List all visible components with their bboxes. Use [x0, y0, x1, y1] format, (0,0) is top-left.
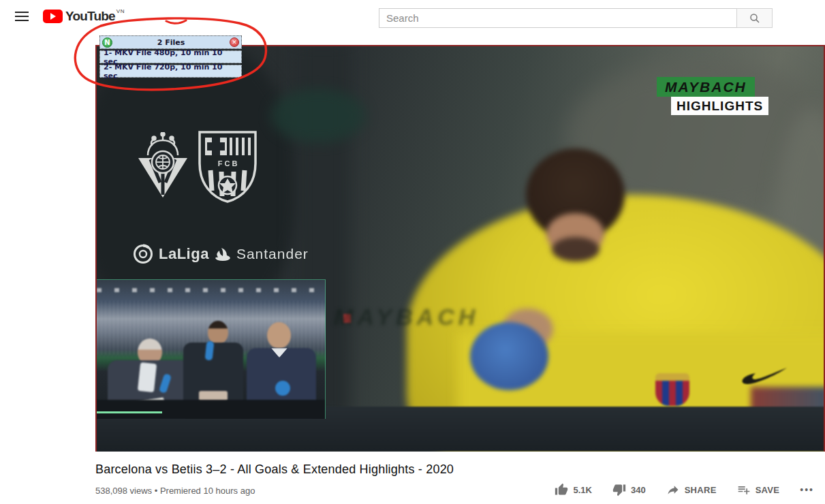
laliga-wordmark: LaLiga [159, 245, 209, 263]
player-beard [552, 237, 600, 262]
commentator-3-microphone [275, 381, 290, 396]
share-button[interactable]: SHARE [666, 483, 717, 497]
dislike-count: 340 [631, 485, 646, 495]
scene-teal-blob [270, 89, 366, 143]
dislike-button[interactable]: 340 [612, 483, 646, 497]
playlist-add-icon [737, 483, 751, 497]
youtube-wordmark: YouTube [65, 9, 115, 24]
search-input[interactable] [379, 8, 736, 28]
video-watermark: MAYBACH [334, 304, 479, 330]
blue-glove-object [470, 322, 548, 390]
maybach-banner-text: MAYBACH [665, 79, 747, 95]
youtube-watch-page: YouTube VN [0, 0, 825, 504]
close-icon[interactable]: ✕ [230, 37, 239, 47]
youtube-play-icon [43, 10, 63, 23]
inset-green-line [97, 411, 162, 413]
download-files-popup: N 2 Files ✕ 1- MKV File 480p, 10 min 10 … [99, 35, 242, 78]
svg-text:F C B: F C B [218, 159, 238, 168]
studio-commentators-inset [97, 279, 326, 419]
top-bar: YouTube VN [0, 0, 825, 33]
commentator-1-shirt [138, 362, 157, 392]
like-button[interactable]: 5.1K [555, 483, 591, 497]
stadium-lights [97, 288, 326, 292]
download-file-option-480p[interactable]: 1- MKV File 480p, 10 min 10 sec [99, 50, 242, 63]
highlights-banner: HIGHLIGHTS [671, 97, 768, 115]
inset-desk [97, 400, 326, 419]
download-popup-header: N 2 Files ✕ [99, 35, 242, 49]
fc-barcelona-crest: F C B [196, 128, 260, 204]
video-player[interactable]: MAYBACH [95, 45, 825, 452]
video-stats: 538,098 views • Premiered 10 hours ago [95, 486, 255, 496]
thumbs-up-icon [555, 483, 568, 497]
save-button[interactable]: SAVE [737, 483, 780, 497]
share-arrow-icon [666, 483, 680, 497]
video-action-bar: 5.1K 340 SHARE SAVE ••• [555, 483, 814, 497]
thumbs-down-icon [612, 483, 626, 497]
santander-flame-icon [215, 247, 231, 262]
santander-wordmark: Santander [236, 246, 309, 262]
barcelona-chest-crest [655, 373, 689, 406]
laliga-santander-logo: LaLiga Santander [133, 244, 309, 264]
youtube-region-label: VN [116, 8, 125, 14]
search-bar [379, 8, 773, 28]
commentator-3-head [267, 322, 291, 349]
download-popup-title: 2 Files [112, 38, 230, 47]
like-count: 5.1K [573, 485, 591, 495]
downloader-icon: N [102, 37, 112, 48]
maybach-banner: MAYBACH [657, 77, 755, 97]
search-icon [749, 12, 761, 25]
real-betis-crest [136, 132, 190, 199]
youtube-logo[interactable]: YouTube VN [43, 9, 125, 24]
laliga-ball-icon [133, 244, 153, 264]
save-label: SAVE [756, 485, 780, 495]
hamburger-menu-icon[interactable] [15, 12, 29, 21]
video-title: Barcelona vs Betiis 3–2 - All Goals & Ex… [95, 462, 454, 477]
download-file-option-720p[interactable]: 2- MKV File 720p, 10 min 10 sec [99, 65, 242, 78]
share-label: SHARE [685, 485, 717, 495]
nike-swoosh-icon [741, 366, 788, 387]
search-button[interactable] [736, 8, 773, 28]
highlights-banner-text: HIGHLIGHTS [676, 99, 763, 114]
more-actions-button[interactable]: ••• [800, 484, 814, 495]
